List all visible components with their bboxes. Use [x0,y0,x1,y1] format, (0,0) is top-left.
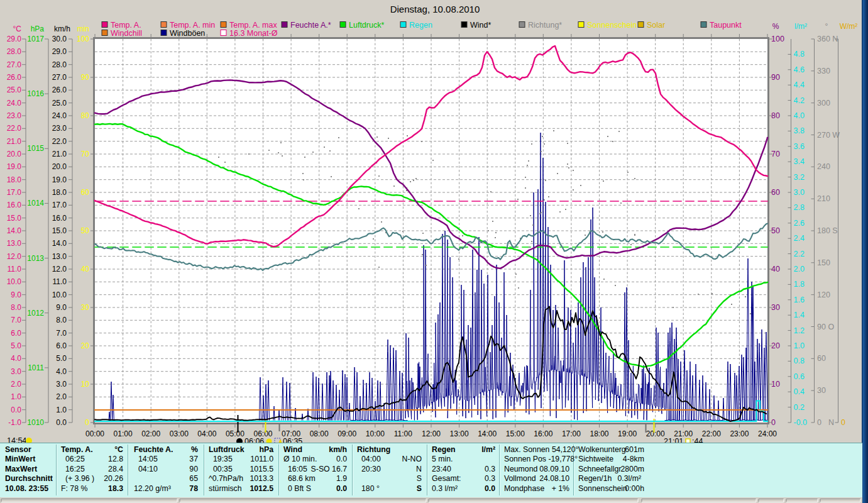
svg-text:70: 70 [771,150,780,158]
svg-text:22.0: 22.0 [7,124,22,133]
svg-text:4.2: 4.2 [794,96,805,105]
svg-text:Wolkenunterg: Wolkenunterg [578,445,626,454]
svg-text:20: 20 [81,341,90,350]
svg-text:180 °: 180 ° [361,484,380,493]
svg-text:1012: 1012 [27,309,44,318]
svg-text:18.0: 18.0 [7,175,22,184]
svg-text:1013: 1013 [27,254,44,263]
svg-text:4.8: 4.8 [794,50,805,58]
svg-text:Temp. A.: Temp. A. [61,445,93,454]
svg-text:90: 90 [189,465,198,473]
svg-text:1016: 1016 [27,89,44,98]
svg-text:24:00: 24:00 [758,429,777,438]
svg-text:Sonnenschein: Sonnenschein [587,21,637,30]
svg-text:04:00: 04:00 [197,429,216,438]
svg-text:20:30: 20:30 [361,465,381,473]
svg-text:40: 40 [81,265,90,274]
svg-text:22.0: 22.0 [52,137,67,146]
svg-text:0.8: 0.8 [794,357,805,365]
svg-text:15.0: 15.0 [7,214,22,223]
svg-text:4.0: 4.0 [11,354,21,363]
svg-text:1.0: 1.0 [56,406,67,414]
svg-text:0.0: 0.0 [336,484,347,493]
svg-text:68.6 km: 68.6 km [288,474,316,483]
svg-text:(+ 3.96 ): (+ 3.96 ) [65,474,94,483]
svg-text:0.6: 0.6 [794,372,805,381]
svg-text:30: 30 [817,386,826,395]
svg-text:Vollmond: Vollmond [504,474,536,483]
svg-text:50: 50 [81,226,90,235]
svg-text:14:00: 14:00 [478,429,497,438]
svg-text:15:00: 15:00 [506,429,525,438]
svg-text:240: 240 [817,162,830,171]
svg-text:Sichtweite: Sichtweite [578,455,613,463]
svg-text:37: 37 [189,455,198,463]
svg-text:Neumond: Neumond [504,465,537,473]
svg-text:%: % [191,445,198,454]
svg-text:1013.3: 1013.3 [250,474,273,483]
svg-text:08:00: 08:00 [310,429,329,438]
svg-text:km/h: km/h [54,25,70,33]
svg-text:14.0: 14.0 [52,239,67,248]
svg-text:11.0: 11.0 [8,265,22,274]
svg-text:16:00: 16:00 [534,429,552,438]
svg-text:Gesamt:: Gesamt: [432,474,461,483]
svg-text:20: 20 [771,341,780,350]
svg-text:14.0: 14.0 [7,226,22,235]
svg-text:Luftdruck*: Luftdruck* [349,21,384,30]
svg-text:3.6: 3.6 [794,142,805,151]
svg-text:16:25: 16:25 [65,465,85,473]
svg-text:0.4: 0.4 [794,387,805,396]
svg-text:Mondphase: Mondphase [504,484,544,493]
svg-text:1.4: 1.4 [794,311,805,319]
svg-text:0.3: 0.3 [485,474,495,483]
svg-text:N: N [416,465,422,473]
svg-text:12.8: 12.8 [108,455,123,463]
svg-text:0.3l/m²: 0.3l/m² [617,474,641,483]
svg-text:1011.0: 1011.0 [250,455,273,463]
svg-text:17.0: 17.0 [52,201,67,209]
svg-text:4.6: 4.6 [794,65,805,74]
svg-text:4.0: 4.0 [56,367,67,376]
svg-text:Regen: Regen [432,445,456,454]
svg-text:17.0: 17.0 [7,188,22,197]
svg-text:1010: 1010 [27,418,44,427]
svg-text:16.0: 16.0 [7,201,22,209]
svg-text:04:00: 04:00 [361,455,381,463]
svg-text:02:00: 02:00 [141,429,160,438]
svg-text:2.0: 2.0 [11,380,21,389]
svg-text:0 Bft S: 0 Bft S [288,484,311,493]
svg-text:16:05: 16:05 [288,465,307,473]
svg-text:l/m²: l/m² [794,22,807,31]
svg-text:S-SO 16.7: S-SO 16.7 [311,465,348,473]
svg-text:2.8: 2.8 [794,203,805,212]
svg-text:16.3 Monat-Ø: 16.3 Monat-Ø [229,29,278,38]
svg-text:78: 78 [189,484,198,493]
svg-text:00:35: 00:35 [213,465,233,473]
svg-text:28.0: 28.0 [7,47,22,56]
svg-text:40: 40 [771,265,780,274]
svg-text:Sonnen Pos -19,778°: Sonnen Pos -19,778° [504,455,578,463]
svg-text:29.0: 29.0 [52,47,67,56]
svg-text:Temp. A. max: Temp. A. max [229,21,277,30]
svg-text:23:40: 23:40 [432,465,451,473]
svg-text:13.0: 13.0 [7,239,22,248]
svg-text:%: % [772,22,779,31]
svg-text:Luftdruck: Luftdruck [209,445,244,454]
svg-text:Taupunkt: Taupunkt [710,21,742,30]
svg-text:26.0: 26.0 [52,86,67,94]
svg-text:Ø 10 min.: Ø 10 min. [283,455,317,463]
svg-text:4-8km: 4-8km [623,455,644,463]
svg-text:90: 90 [771,73,780,82]
svg-text:1.2: 1.2 [794,326,805,335]
svg-text:23:00: 23:00 [730,429,749,438]
svg-text:3.0: 3.0 [11,367,21,376]
svg-text:29.0: 29.0 [7,35,22,43]
svg-text:Wind*: Wind* [470,21,491,30]
svg-text:20.0: 20.0 [52,162,67,171]
svg-text:1.0: 1.0 [11,392,21,401]
svg-text:330: 330 [817,67,830,75]
svg-text:Sonnenschein: Sonnenschein [578,484,627,493]
svg-text:9.0: 9.0 [56,303,67,312]
svg-text:210: 210 [817,194,830,203]
